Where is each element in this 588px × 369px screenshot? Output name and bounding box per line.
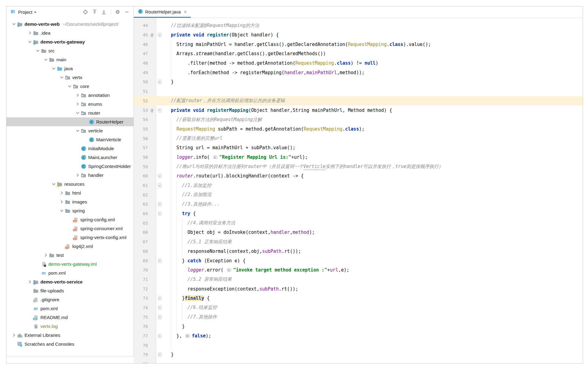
code-line-59[interactable]: 59 //将url与对应的目标方法注册到router中（并且设置同一个Verti… [134,162,583,171]
code-line-text[interactable]: //过滤掉未配置@RequestMapping的方法 [164,23,259,29]
line-number[interactable]: 50 [134,79,148,84]
locate-icon[interactable] [82,8,89,16]
fold-region-start-icon[interactable] [158,174,162,178]
code-line-text[interactable]: logger.info( s:"Register Mapping Url is:… [164,154,308,160]
line-number[interactable]: 66 [134,230,148,235]
code-line-58[interactable]: 58 logger.info( s:"Register Mapping Url … [134,153,583,162]
code-line-text[interactable]: } [164,352,174,357]
fold-region-start-icon[interactable] [158,183,162,188]
fold-region-end-icon[interactable] [158,202,162,206]
chevron-right-icon[interactable] [75,102,80,106]
code-editor[interactable]: 44 //过滤掉未配置@RequestMapping的方法45@ private… [134,18,583,363]
line-number[interactable]: 74 [134,305,148,310]
code-line-text[interactable]: String mainPathUrl = handler.getClass().… [164,42,431,47]
tree-row-pom-xml[interactable]: mpom.xml [6,268,134,277]
fold-region-start-icon[interactable] [158,306,162,310]
tree-row--gitignore[interactable]: .gitignore [6,295,134,304]
line-number[interactable]: 76 [134,324,148,329]
line-number[interactable]: 63 [134,202,148,207]
chevron-right-icon[interactable] [11,333,17,337]
chevron-right-icon[interactable] [43,253,48,257]
code-line-text[interactable]: responseNormal(context,obj,subPath.rt())… [164,249,301,254]
line-number[interactable]: 55 [134,127,148,131]
code-line-text[interactable]: } [164,79,174,85]
code-line-text[interactable]: //4.调用对应业务方法 [164,220,235,226]
fold-region-start-icon[interactable] [158,259,162,263]
chevron-right-icon[interactable] [59,191,64,195]
code-line-67[interactable]: 67 //5.1 正常响应结果 [134,237,583,247]
code-line-text[interactable]: } [164,324,185,329]
line-number[interactable]: 45 [134,32,148,37]
tree-row-mainlauncher[interactable]: CMainLauncher [6,153,134,162]
tree-row-mainverticle[interactable]: CMainVerticle [6,135,134,144]
code-line-text[interactable]: //5.2 异常响应结果 [164,276,232,282]
line-number[interactable]: 62 [134,192,148,197]
code-line-64[interactable]: 64 try { [134,209,583,219]
fold-region-start-icon[interactable] [158,108,162,112]
line-number[interactable]: 47 [134,51,148,56]
code-line-69[interactable]: 69 } catch (Exception e) { [134,256,583,265]
code-line-text[interactable]: router.route(url).blockingHandler(contex… [164,173,304,179]
code-line-63[interactable]: 63 //3.其他操作... [134,200,583,209]
code-line-text[interactable]: //1.添加监控 [164,183,211,188]
tree-row-demo-vertx-gateway[interactable]: demo-vertx-gateway [6,37,134,46]
chevron-down-icon[interactable] [67,84,72,89]
code-line-77[interactable]: 77 }, b:false); [134,331,583,341]
chevron-down-icon[interactable] [75,111,80,115]
line-number[interactable]: 48 [134,61,148,66]
tree-row-handler[interactable]: handler [6,171,134,180]
code-line-text[interactable]: //5.1 正常响应结果 [164,239,232,245]
code-line-45[interactable]: 45@ private void register(Object handler… [134,30,583,40]
code-line-51[interactable]: 51 [134,87,583,96]
tree-row-spring-config-xml[interactable]: <>spring-config.xml [6,215,134,224]
chevron-down-icon[interactable] [59,75,64,80]
tree-row-demo-vertx-service[interactable]: demo-vertx-service [6,277,134,286]
code-line-66[interactable]: 66 Object obj = doInvoke(context,handler… [134,228,583,237]
line-number[interactable]: 64 [134,211,148,216]
chevron-right-icon[interactable] [75,173,80,177]
tab-routerhelper-java[interactable]: C RouterHelper.java ✕ [134,6,191,17]
code-line-74[interactable]: 74 //6.结束监控 [134,303,583,313]
chevron-right-icon[interactable] [27,31,32,35]
tree-row-main[interactable]: main [6,55,134,64]
line-number[interactable]: 49 [134,70,148,75]
chevron-down-icon[interactable] [51,182,56,186]
code-line-text[interactable]: Arrays.stream(handler.getClass().getDecl… [164,51,326,56]
tree-row-springcontextholder[interactable]: CSpringContextHolder [6,162,134,171]
tree-row-readme-md[interactable]: MDREADME.md [6,313,134,322]
tree-row-spring-consumer-xml[interactable]: <>spring-consumer.xml [6,224,134,233]
chevron-down-icon[interactable] [27,40,32,44]
chevron-right-icon[interactable] [27,280,32,284]
code-line-55[interactable]: 55 RequestMapping subPath = method.getAn… [134,124,583,134]
chevron-down-icon[interactable] [51,66,56,71]
chevron-down-icon[interactable] [34,12,36,13]
code-line-48[interactable]: 48 .filter(method -> method.getAnnotatio… [134,59,583,68]
chevron-down-icon[interactable] [11,22,17,26]
code-line-68[interactable]: 68 responseNormal(context,obj,subPath.rt… [134,247,583,256]
tree-row-demo-vertx-gateway-iml[interactable]: demo-vertx-gateway.iml [6,260,134,268]
line-number[interactable]: 79 [134,352,148,357]
code-line-62[interactable]: 62 //2.添加限流 [134,190,583,200]
code-line-text[interactable]: }finally { [164,295,210,301]
close-icon[interactable]: ✕ [184,10,187,14]
code-line-50[interactable]: 50 } [134,77,583,87]
line-number[interactable]: 59 [134,164,148,169]
code-line-65[interactable]: 65 //4.调用对应业务方法 [134,218,583,228]
tree-row-log4j2-xml[interactable]: <>log4j2.xml [6,242,134,251]
fold-region-end-icon[interactable] [158,80,162,84]
line-number[interactable]: 68 [134,249,148,254]
code-line-text[interactable]: //2.添加限流 [164,192,211,198]
code-line-54[interactable]: 54 //获取目标方法的RequestMapping注解 [134,115,583,124]
fold-region-end-icon[interactable] [158,352,162,357]
chevron-down-icon[interactable] [43,57,48,62]
line-number[interactable]: 54 [134,117,148,122]
tree-row-vertx-log[interactable]: vertx.log [6,322,134,331]
code-line-80[interactable]: 80 [134,359,583,363]
code-line-text[interactable]: private void registerMapping(Object hand… [164,108,392,113]
line-number[interactable]: 65 [134,221,148,226]
code-line-text[interactable]: //将url与对应的目标方法注册到router中（并且设置同一个Verticle… [164,164,443,169]
fold-region-end-icon[interactable] [158,296,162,300]
line-number[interactable]: 44 [134,23,148,28]
code-line-79[interactable]: 79 } [134,350,583,359]
code-line-text[interactable]: RequestMapping subPath = method.getAnnot… [164,126,364,132]
